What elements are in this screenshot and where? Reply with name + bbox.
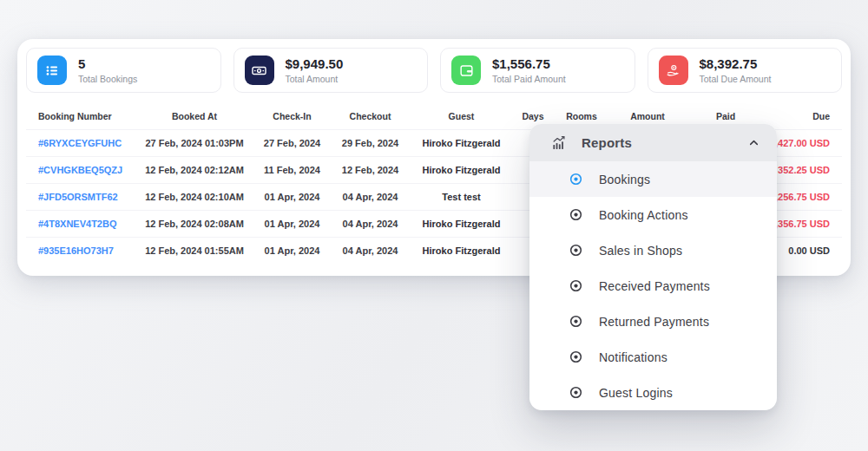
- reports-menu-list: Bookings Booking Actions Sales in Shops: [529, 161, 777, 410]
- stats-row: 5 Total Bookings $9,949.50 Total Amount …: [26, 48, 842, 93]
- stat-value: 5: [78, 56, 137, 73]
- menu-item-label: Bookings: [599, 173, 650, 186]
- stat-label: Total Due Amount: [700, 74, 772, 84]
- checkout-cell: 04 Apr, 2024: [329, 245, 411, 256]
- reports-menu-item[interactable]: Guest Logins: [529, 375, 777, 410]
- stat-label: Total Paid Amount: [492, 74, 566, 84]
- radio-icon: [569, 243, 583, 258]
- radio-icon: [569, 350, 583, 364]
- wallet-icon: [451, 56, 481, 85]
- radio-icon: [569, 207, 583, 222]
- stat-card-total-bookings: 5 Total Bookings: [26, 48, 221, 93]
- radio-icon: [569, 172, 583, 186]
- check-in-cell: 01 Apr, 2024: [255, 192, 329, 202]
- reports-menu-header[interactable]: Reports: [529, 124, 777, 161]
- radio-icon: [569, 278, 583, 293]
- stat-card-total-due: $8,392.75 Total Due Amount: [648, 48, 843, 93]
- stat-value: $1,556.75: [492, 56, 566, 73]
- check-in-cell: 27 Feb, 2024: [255, 138, 329, 148]
- reports-menu-item[interactable]: Notifications: [529, 339, 777, 375]
- booked-at-cell: 12 Feb, 2024 01:55AM: [134, 245, 255, 256]
- column-header: Booked At: [134, 111, 255, 121]
- stat-value: $8,392.75: [700, 56, 772, 73]
- reports-dropdown-menu: Reports Bookings Booking Actions: [529, 124, 777, 410]
- stat-card-total-amount: $9,949.50 Total Amount: [233, 48, 429, 93]
- guest-cell: Hiroko Fitzgerald: [411, 245, 511, 256]
- banknote-icon: [245, 56, 274, 85]
- check-in-cell: 01 Apr, 2024: [255, 245, 329, 256]
- booking-number-link[interactable]: #6RYXCEYGFUHC: [38, 138, 134, 148]
- booked-at-cell: 27 Feb, 2024 01:03PM: [134, 138, 255, 148]
- column-header: Guest: [411, 111, 511, 121]
- stat-label: Total Amount: [286, 74, 344, 84]
- stat-value: $9,949.50: [286, 56, 344, 73]
- menu-item-label: Received Payments: [599, 279, 710, 293]
- booking-number-link[interactable]: #JFD5ORSMTF62: [38, 192, 134, 202]
- check-in-cell: 01 Apr, 2024: [255, 219, 329, 229]
- menu-item-label: Guest Logins: [599, 386, 673, 400]
- booking-number-link[interactable]: #935E16HO73H7: [38, 245, 134, 256]
- booked-at-cell: 12 Feb, 2024 02:12AM: [134, 165, 255, 175]
- guest-cell: Hiroko Fitzgerald: [411, 138, 511, 148]
- menu-item-label: Sales in Shops: [599, 244, 682, 258]
- bar-chart-icon: [551, 134, 568, 151]
- reports-menu-item[interactable]: Sales in Shops: [529, 232, 777, 268]
- guest-cell: Test test: [411, 192, 511, 202]
- reports-menu-item[interactable]: Bookings: [529, 161, 777, 197]
- checkout-cell: 12 Feb, 2024: [329, 165, 411, 175]
- column-header: Check-In: [255, 111, 329, 121]
- column-header: Checkout: [329, 111, 411, 121]
- radio-icon: [569, 314, 583, 329]
- menu-item-label: Booking Actions: [599, 208, 688, 222]
- column-header: Days: [511, 111, 555, 121]
- checkout-cell: 29 Feb, 2024: [329, 138, 411, 148]
- booking-number-link[interactable]: #CVHGKBEQ5QZJ: [38, 165, 134, 175]
- menu-item-label: Returned Payments: [599, 315, 709, 329]
- column-header: Booking Number: [38, 111, 134, 121]
- reports-menu-item[interactable]: Received Payments: [529, 268, 777, 304]
- column-header: Rooms: [555, 111, 608, 121]
- hand-coin-icon: [659, 56, 688, 85]
- stat-card-total-paid: $1,556.75 Total Paid Amount: [440, 48, 635, 93]
- stat-label: Total Bookings: [78, 74, 137, 84]
- reports-menu-item[interactable]: Returned Payments: [529, 304, 777, 339]
- column-header: Due: [765, 111, 830, 121]
- reports-menu-item[interactable]: Booking Actions: [529, 197, 777, 232]
- menu-item-label: Notifications: [599, 350, 667, 364]
- column-header: Amount: [608, 111, 687, 121]
- reports-menu-title: Reports: [582, 135, 632, 150]
- guest-cell: Hiroko Fitzgerald: [411, 219, 511, 229]
- booked-at-cell: 12 Feb, 2024 02:08AM: [134, 219, 255, 229]
- column-header: Paid: [687, 111, 765, 121]
- radio-icon: [569, 385, 583, 400]
- checkout-cell: 04 Apr, 2024: [329, 219, 411, 229]
- booked-at-cell: 12 Feb, 2024 02:10AM: [134, 192, 255, 202]
- check-in-cell: 11 Feb, 2024: [255, 165, 329, 175]
- booking-number-link[interactable]: #4T8XNEV4T2BQ: [38, 219, 134, 229]
- chevron-up-icon: [748, 137, 760, 148]
- guest-cell: Hiroko Fitzgerald: [411, 165, 511, 175]
- checkout-cell: 04 Apr, 2024: [329, 192, 411, 202]
- list-icon: [37, 56, 67, 85]
